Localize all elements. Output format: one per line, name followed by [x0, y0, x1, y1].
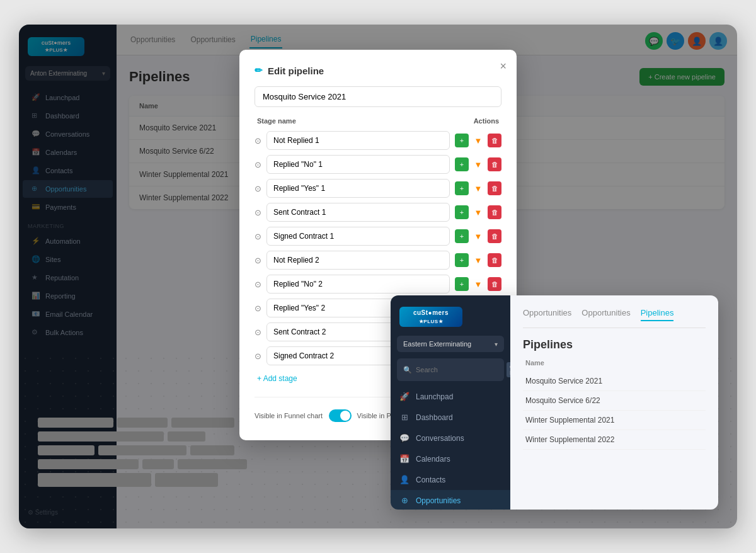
drag-handle-icon: ⊙ [255, 256, 261, 265]
fg-sidebar-item-label: Dashboard [416, 413, 453, 422]
drag-handle-icon: ⊙ [255, 160, 261, 169]
stage-filter-btn-4[interactable]: ▼ [471, 229, 485, 243]
fg-conversations-icon: 💬 [399, 433, 410, 443]
stage-delete-btn-3[interactable]: 🗑 [488, 205, 501, 219]
stage-add-btn-2[interactable]: + [455, 181, 469, 195]
fg-tabs: Opportunities Opportunities Pipelines [523, 308, 706, 328]
stage-input-1[interactable] [266, 155, 450, 174]
funnel-chart-toggle-group: Visible in Funnel chart [255, 409, 352, 422]
stage-delete-btn-5[interactable]: 🗑 [488, 253, 501, 267]
fg-search-icon: 🔍 [403, 366, 412, 374]
drag-handle-icon: ⊙ [255, 280, 261, 289]
fg-account-name: Eastern Exterminating [403, 340, 471, 348]
stage-input-2[interactable] [266, 179, 450, 198]
modal-close-button[interactable]: × [500, 60, 507, 73]
modal-title: ✏ Edit pipeline [255, 65, 501, 76]
stage-input-6[interactable] [266, 275, 450, 294]
fg-opportunities-icon: ⊕ [399, 496, 410, 505]
stage-name-label: Stage name [257, 117, 296, 125]
funnel-chart-toggle[interactable] [329, 409, 352, 422]
stage-add-btn-1[interactable]: + [455, 157, 469, 171]
fg-table-row[interactable]: Mosquito Service 6/22 [523, 391, 706, 411]
fg-account-selector[interactable]: Eastern Exterminating ▾ [397, 336, 504, 352]
stage-input-4[interactable] [266, 227, 450, 246]
fg-sidebar-item-label: Contacts [416, 476, 445, 484]
stage-input-5[interactable] [266, 251, 450, 270]
fg-contacts-icon: 👤 [399, 475, 410, 484]
app-container: cuSt●mers★PLUS★ Anton Exterminating ▾ 🚀 … [19, 25, 737, 528]
pipeline-name-input[interactable] [255, 86, 501, 107]
fg-search-bar[interactable]: 🔍 ctrl K + [397, 358, 504, 381]
stage-row-0: ⊙ + ▼ 🗑 [255, 131, 501, 150]
fg-right-panel: Opportunities Opportunities Pipelines Pi… [510, 295, 718, 510]
fg-dashboard-icon: ⊞ [399, 413, 410, 422]
fg-tab-opportunities[interactable]: Opportunities [523, 308, 571, 321]
stage-actions-1: + ▼ 🗑 [455, 157, 501, 171]
stages-header: Stage name Actions [255, 117, 501, 125]
stage-row-4: ⊙ + ▼ 🗑 [255, 227, 501, 246]
fg-launchpad-icon: 🚀 [399, 392, 410, 401]
drag-handle-icon: ⊙ [255, 304, 261, 313]
stage-delete-btn-1[interactable]: 🗑 [488, 157, 501, 171]
stage-delete-btn-0[interactable]: 🗑 [488, 134, 501, 147]
stage-filter-btn-2[interactable]: ▼ [471, 181, 485, 195]
drag-handle-icon: ⊙ [255, 351, 261, 361]
actions-label: Actions [474, 117, 499, 125]
fg-sidebar: cuSt●mers★PLUS★ Eastern Exterminating ▾ … [391, 295, 510, 510]
drag-handle-icon: ⊙ [255, 328, 261, 337]
stage-input-0[interactable] [266, 131, 450, 150]
fg-chevron-down-icon: ▾ [495, 341, 498, 348]
drag-handle-icon: ⊙ [255, 136, 261, 145]
stage-delete-btn-4[interactable]: 🗑 [488, 229, 501, 243]
fg-sidebar-item-launchpad[interactable]: 🚀 Launchpad [391, 386, 510, 407]
fg-sidebar-item-calendars[interactable]: 📅 Calendars [391, 448, 510, 469]
stage-add-btn-4[interactable]: + [455, 229, 469, 243]
fg-tab-opportunities2[interactable]: Opportunities [581, 308, 630, 321]
stage-row-3: ⊙ + ▼ 🗑 [255, 203, 501, 222]
fg-tab-pipelines[interactable]: Pipelines [641, 308, 674, 321]
foreground-panel: cuSt●mers★PLUS★ Eastern Exterminating ▾ … [391, 295, 718, 510]
stage-add-btn-6[interactable]: + [455, 277, 469, 291]
stage-filter-btn-1[interactable]: ▼ [471, 157, 485, 171]
fg-table-row[interactable]: Winter Supplemental 2021 [523, 411, 706, 430]
fg-sidebar-item-opportunities[interactable]: ⊕ Opportunities [391, 490, 510, 510]
drag-handle-icon: ⊙ [255, 232, 261, 241]
toggle-knob [340, 411, 350, 421]
drag-handle-icon: ⊙ [255, 208, 261, 217]
stage-input-3[interactable] [266, 203, 450, 222]
stage-filter-btn-6[interactable]: ▼ [471, 277, 485, 291]
fg-search-input[interactable] [416, 366, 503, 373]
fg-table-row[interactable]: Winter Supplemental 2022 [523, 430, 706, 450]
fg-sidebar-item-dashboard[interactable]: ⊞ Dashboard [391, 407, 510, 428]
funnel-chart-label: Visible in Funnel chart [255, 412, 323, 419]
drag-handle-icon: ⊙ [255, 184, 261, 193]
fg-page-title: Pipelines [523, 338, 706, 351]
stage-delete-btn-2[interactable]: 🗑 [488, 181, 501, 195]
fg-calendars-icon: 📅 [399, 454, 410, 464]
stage-actions-2: + ▼ 🗑 [455, 181, 501, 195]
stage-add-btn-3[interactable]: + [455, 205, 469, 219]
stage-row-2: ⊙ + ▼ 🗑 [255, 179, 501, 198]
fg-table-header: Name [523, 359, 706, 367]
fg-table-row[interactable]: Mosquito Service 2021 [523, 372, 706, 391]
fg-sidebar-item-contacts[interactable]: 👤 Contacts [391, 469, 510, 490]
stage-filter-btn-5[interactable]: ▼ [471, 253, 485, 267]
stage-filter-btn-3[interactable]: ▼ [471, 205, 485, 219]
fg-sidebar-item-label: Opportunities [416, 496, 461, 505]
fg-sidebar-item-label: Calendars [416, 455, 450, 464]
stage-actions-5: + ▼ 🗑 [455, 253, 501, 267]
fg-sidebar-item-label: Launchpad [416, 392, 453, 401]
fg-sidebar-item-label: Conversations [416, 434, 464, 443]
stage-actions-4: + ▼ 🗑 [455, 229, 501, 243]
stage-add-btn-0[interactable]: + [455, 134, 469, 147]
stage-filter-btn-0[interactable]: ▼ [471, 134, 485, 147]
stage-row-1: ⊙ + ▼ 🗑 [255, 155, 501, 174]
fg-logo-image: cuSt●mers★PLUS★ [399, 307, 462, 327]
stage-row-5: ⊙ + ▼ 🗑 [255, 251, 501, 270]
fg-sidebar-item-conversations[interactable]: 💬 Conversations [391, 428, 510, 448]
stage-delete-btn-6[interactable]: 🗑 [488, 277, 501, 291]
stage-add-btn-5[interactable]: + [455, 253, 469, 267]
stage-actions-0: + ▼ 🗑 [455, 134, 501, 147]
fg-logo: cuSt●mers★PLUS★ [391, 303, 510, 336]
stage-row-6: ⊙ + ▼ 🗑 [255, 275, 501, 294]
